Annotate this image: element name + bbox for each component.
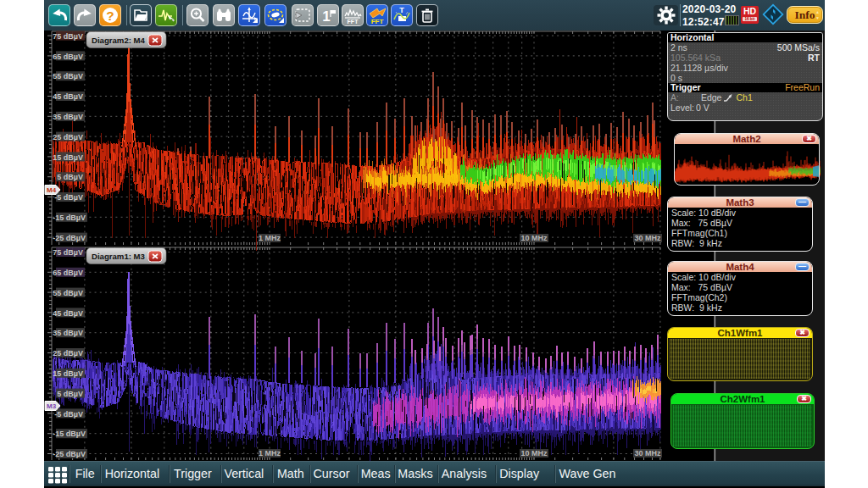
svg-text:15 dBµV: 15 dBµV <box>53 369 83 378</box>
svg-text:75 dBµV: 75 dBµV <box>53 32 83 41</box>
svg-text:M4: M4 <box>47 186 57 194</box>
svg-text:FFT: FFT <box>348 19 359 25</box>
svg-text:M3: M3 <box>47 402 57 410</box>
svg-text:-5 dBµV: -5 dBµV <box>54 193 83 202</box>
svg-text:25 dBµV: 25 dBµV <box>53 133 83 141</box>
svg-text:-15 dBµV: -15 dBµV <box>53 214 86 222</box>
svg-text:Diagram1: M3: Diagram1: M3 <box>92 252 145 261</box>
svg-text:30 MHz: 30 MHz <box>634 234 661 242</box>
svg-text:-25 dBµV: -25 dBµV <box>53 234 86 242</box>
svg-text:1 MHz: 1 MHz <box>259 234 281 242</box>
svg-text:65 dBµV: 65 dBµV <box>53 269 83 277</box>
svg-text:75 dBµV: 75 dBµV <box>53 248 83 257</box>
svg-text:FFT: FFT <box>371 18 384 25</box>
svg-text:15 dBµV: 15 dBµV <box>53 153 83 162</box>
svg-text:1: 1 <box>322 8 330 25</box>
svg-text:5 dBµV: 5 dBµV <box>57 173 83 181</box>
svg-text:35 dBµV: 35 dBµV <box>53 329 83 337</box>
svg-text:T: T <box>399 6 404 14</box>
svg-text:35 dBµV: 35 dBµV <box>53 113 83 121</box>
svg-text:65 dBµV: 65 dBµV <box>53 53 83 61</box>
svg-text:5 dBµV: 5 dBµV <box>57 390 83 398</box>
svg-text:-5 dBµV: -5 dBµV <box>54 410 83 419</box>
svg-text:10 MHz: 10 MHz <box>520 234 548 242</box>
svg-text:-25 dBµV: -25 dBµV <box>53 450 86 458</box>
svg-text:55 dBµV: 55 dBµV <box>53 289 83 297</box>
svg-text:25 dBµV: 25 dBµV <box>53 349 83 358</box>
svg-text:55 dBµV: 55 dBµV <box>53 72 83 80</box>
svg-text:?: ? <box>106 8 114 23</box>
svg-text:1 MHz: 1 MHz <box>259 449 281 458</box>
svg-text:45 dBµV: 45 dBµV <box>53 309 83 318</box>
svg-text:30 MHz: 30 MHz <box>634 449 661 458</box>
svg-text:10 MHz: 10 MHz <box>520 449 548 458</box>
svg-text:45 dBµV: 45 dBµV <box>53 92 83 101</box>
svg-text:-15 dBµV: -15 dBµV <box>53 430 86 438</box>
svg-text:Diagram2: M4: Diagram2: M4 <box>92 36 146 45</box>
